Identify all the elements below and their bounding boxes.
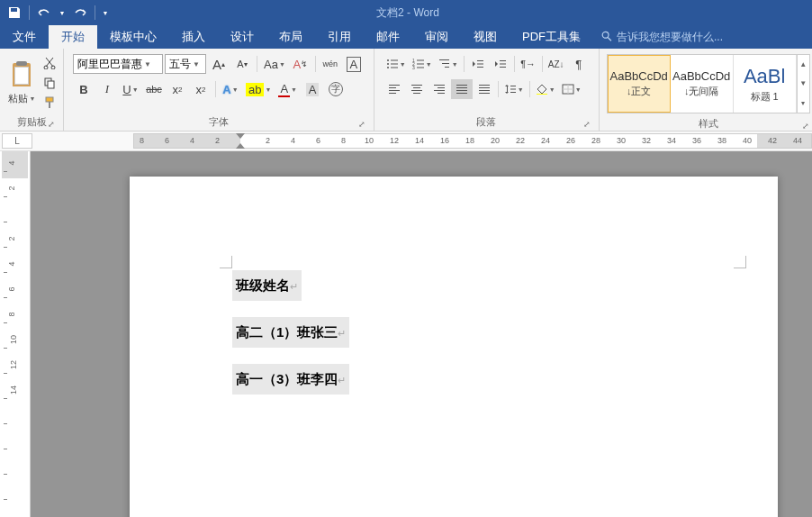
svg-rect-23 [477,67,483,68]
italic-button[interactable]: I [96,79,118,99]
subscript-button[interactable]: x2 [167,79,188,99]
hanging-indent-marker[interactable] [236,143,245,149]
tab-review[interactable]: 审阅 [412,25,461,49]
tab-references[interactable]: 引用 [315,25,364,49]
phonetic-guide-button[interactable]: wén [320,54,341,74]
grow-font-button[interactable]: A▴ [208,54,230,74]
svg-rect-4 [46,97,53,102]
svg-rect-17 [417,68,424,68]
paragraph-label: 段落⤢ [380,113,593,131]
style-normal[interactable]: AaBbCcDd ↓正文 [608,55,671,113]
ltr-button[interactable]: ¶→ [518,54,539,74]
undo-dropdown[interactable]: ▼ [57,2,68,23]
align-center-button[interactable] [406,79,428,99]
vertical-ruler[interactable]: 4 2 2 4 6 8 10 12 14 [0,151,31,517]
paste-button[interactable]: 粘贴▼ [8,92,36,105]
svg-rect-45 [479,90,490,91]
style-no-spacing[interactable]: AaBbCcDd ↓无间隔 [671,55,734,113]
first-line-indent-marker[interactable] [236,133,245,139]
char-border-button[interactable]: A [343,54,365,74]
clipboard-expand[interactable]: ⤢ [47,120,56,129]
line-spacing-button[interactable]: ▼ [501,79,527,99]
font-size-combo[interactable]: 五号▼ [165,54,206,74]
enclosed-char-button[interactable]: 字 [325,79,347,99]
font-expand[interactable]: ⤢ [357,120,366,129]
font-name-combo[interactable]: 阿里巴巴普惠▼ [73,54,163,74]
redo-button[interactable] [69,2,91,23]
bullets-button[interactable]: ▼ [383,54,409,74]
format-painter-button[interactable] [41,95,58,111]
tab-selector[interactable]: L [2,133,32,149]
svg-rect-46 [479,93,490,94]
borders-button[interactable]: ▼ [559,79,584,99]
paste-icon[interactable] [7,61,36,90]
text-line-3[interactable]: 高一（3）班李四↵ [232,364,349,395]
svg-rect-3 [48,81,54,88]
tab-pdf[interactable]: PDF工具集 [510,25,593,49]
decrease-indent-button[interactable] [467,54,489,74]
svg-rect-40 [456,87,467,88]
svg-rect-51 [537,94,547,95]
tab-insert[interactable]: 插入 [169,25,218,49]
page[interactable]: 班级姓名↵ 高二（1）班张三↵ 高一（3）班李四↵ [130,177,778,517]
superscript-button[interactable]: x2 [190,79,212,99]
align-left-button[interactable] [383,79,405,99]
tab-mail[interactable]: 邮件 [364,25,412,49]
tab-design[interactable]: 设计 [218,25,266,49]
svg-rect-22 [477,64,483,65]
tab-template[interactable]: 模板中心 [97,25,169,49]
paragraph-expand[interactable]: ⤢ [582,120,591,129]
copy-button[interactable] [41,75,58,91]
svg-rect-42 [456,93,467,94]
document-scroll[interactable]: 班级姓名↵ 高二（1）班张三↵ 高一（3）班李四↵ [31,151,812,517]
document-content[interactable]: 班级姓名↵ 高二（1）班张三↵ 高一（3）班李四↵ [232,270,349,411]
svg-rect-47 [507,86,508,92]
save-button[interactable] [4,2,25,23]
horizontal-ruler[interactable]: 8 6 4 2 2 4 6 8 10 12 14 16 18 20 22 24 … [133,133,812,149]
text-effect-button[interactable]: A▼ [220,79,241,99]
svg-rect-13 [417,60,424,61]
qat-customize[interactable]: ▼ [99,2,112,23]
distribute-button[interactable] [474,79,495,99]
svg-rect-25 [500,64,506,65]
svg-rect-26 [500,67,506,68]
tab-home[interactable]: 开始 [49,25,97,49]
shrink-font-button[interactable]: A▾ [231,54,253,74]
styles-launcher[interactable]: ⤢ [801,122,810,131]
font-color-button[interactable]: A▼ [275,79,300,99]
svg-rect-29 [389,90,400,91]
multilevel-button[interactable]: ▼ [436,54,461,74]
clear-format-button[interactable]: A↯ [290,54,311,74]
bold-button[interactable]: B [73,79,95,99]
change-case-button[interactable]: Aa▼ [261,54,288,74]
svg-rect-9 [391,64,398,65]
ruler-row: L 8 6 4 2 2 4 6 8 10 12 14 16 18 20 22 2… [0,132,812,151]
align-right-button[interactable] [429,79,450,99]
strikethrough-button[interactable]: abc [143,79,165,99]
window-title: 文档2 - Word [112,5,812,21]
increase-indent-button[interactable] [490,54,511,74]
show-marks-button[interactable]: ¶ [568,54,590,74]
styles-scroll-up[interactable]: ▲ [798,55,809,74]
numbering-button[interactable]: 123▼ [410,54,435,74]
tell-me-search[interactable]: 告诉我您想要做什么... [593,25,723,49]
text-line-1[interactable]: 班级姓名↵ [232,270,302,301]
justify-button[interactable] [451,79,473,99]
style-heading1[interactable]: AaBl 标题 1 [734,55,797,113]
sort-button[interactable]: AZ↓ [546,54,567,74]
tab-layout[interactable]: 布局 [266,25,315,49]
shading-button[interactable]: ▼ [533,79,558,99]
undo-button[interactable] [33,2,55,23]
margin-corner-tl [220,256,232,268]
svg-rect-19 [442,63,449,64]
tab-view[interactable]: 视图 [461,25,510,49]
text-line-2[interactable]: 高二（1）班张三↵ [232,317,349,348]
styles-expand[interactable]: ▾ [798,94,809,113]
styles-scroll-down[interactable]: ▼ [798,74,809,93]
underline-button[interactable]: U▼ [120,79,141,99]
char-shading-button[interactable]: A [302,79,323,99]
svg-rect-39 [456,85,467,86]
highlight-button[interactable]: ab▼ [243,79,274,99]
tab-file[interactable]: 文件 [0,25,49,49]
cut-button[interactable] [41,55,58,71]
